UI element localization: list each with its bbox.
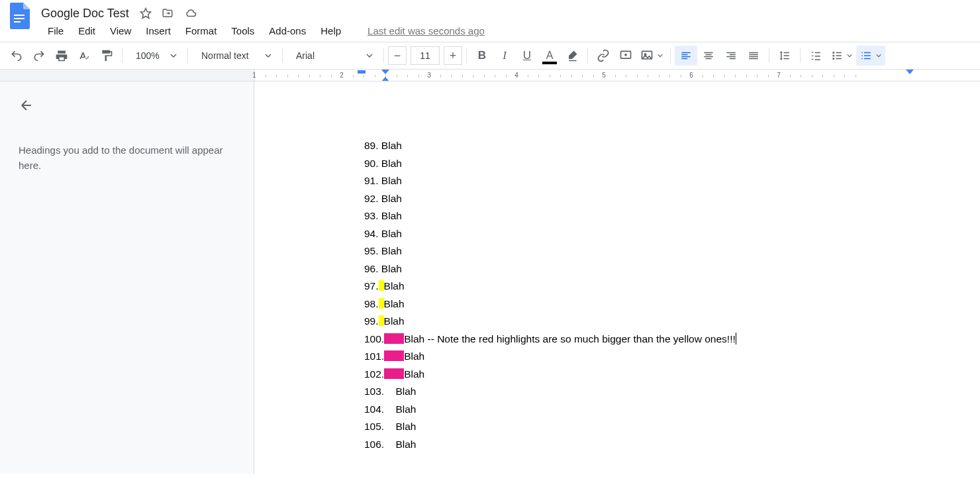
- document-line[interactable]: 101.Blah: [364, 348, 980, 366]
- ruler-number: 2: [340, 72, 344, 79]
- outline-back-button[interactable]: [19, 97, 235, 116]
- print-button[interactable]: [50, 46, 73, 66]
- insert-link-button[interactable]: [592, 46, 614, 66]
- document-line[interactable]: 99.Blah: [364, 313, 980, 331]
- highlight-color-button[interactable]: [561, 46, 583, 66]
- chevron-down-icon: [876, 53, 881, 58]
- highlight-yellow: [379, 315, 384, 326]
- first-line-indent-marker[interactable]: [358, 70, 366, 74]
- undo-button[interactable]: [5, 46, 28, 66]
- bulleted-list-button[interactable]: [827, 46, 856, 66]
- svg-point-8: [832, 55, 834, 57]
- hanging-indent-marker[interactable]: [381, 77, 389, 81]
- menu-addons[interactable]: Add-ons: [269, 25, 306, 36]
- svg-rect-1: [14, 18, 24, 19]
- paint-format-button[interactable]: [95, 46, 118, 66]
- font-select[interactable]: Arial: [287, 46, 379, 66]
- redo-button[interactable]: [28, 46, 50, 66]
- ruler-number: 7: [777, 72, 781, 79]
- document-line[interactable]: 100.Blah -- Note the red highlights are …: [364, 331, 980, 348]
- svg-point-7: [832, 52, 834, 54]
- numbered-list-button[interactable]: [856, 46, 885, 66]
- document-line[interactable]: 102.Blah: [364, 366, 980, 384]
- last-edit-link[interactable]: Last edit was seconds ago: [368, 25, 485, 36]
- align-left-button[interactable]: [675, 46, 697, 66]
- spellcheck-button[interactable]: [73, 46, 95, 66]
- paragraph-style-select[interactable]: Normal text: [192, 46, 278, 66]
- underline-button[interactable]: U: [516, 46, 538, 66]
- outline-empty-hint: Headings you add to the document will ap…: [19, 142, 230, 174]
- align-center-button[interactable]: [697, 46, 720, 66]
- svg-marker-3: [140, 9, 150, 19]
- line-spacing-button[interactable]: [773, 46, 796, 66]
- cloud-status-icon[interactable]: [183, 7, 198, 19]
- chevron-down-icon: [366, 52, 373, 59]
- chevron-down-icon: [658, 53, 663, 58]
- menu-tools[interactable]: Tools: [231, 25, 254, 36]
- document-line[interactable]: 97.Blah: [364, 278, 980, 295]
- zoom-select[interactable]: 100%: [126, 46, 183, 66]
- menu-insert[interactable]: Insert: [146, 25, 171, 36]
- chevron-down-icon: [170, 52, 177, 59]
- highlight-red: [384, 368, 404, 379]
- document-line[interactable]: 96. Blah: [364, 260, 980, 278]
- ruler-number: 6: [689, 72, 693, 79]
- add-comment-button[interactable]: [614, 46, 637, 66]
- document-line[interactable]: 94. Blah: [364, 225, 980, 243]
- document-line[interactable]: 91. Blah: [364, 172, 980, 190]
- align-right-button[interactable]: [720, 46, 742, 66]
- document-canvas[interactable]: 89. Blah90. Blah91. Blah92. Blah93. Blah…: [254, 81, 980, 474]
- document-line[interactable]: 106. Blah: [364, 436, 980, 454]
- zoom-value: 100%: [136, 50, 160, 61]
- star-icon[interactable]: [140, 7, 152, 19]
- font-size-input[interactable]: [411, 46, 440, 65]
- menu-file[interactable]: File: [48, 25, 64, 36]
- document-title[interactable]: Google Doc Test: [37, 5, 133, 22]
- highlight-yellow: [379, 280, 384, 291]
- text-color-button[interactable]: A: [538, 46, 561, 66]
- paragraph-style-value: Normal text: [201, 50, 249, 61]
- outline-pane: Headings you add to the document will ap…: [0, 81, 254, 474]
- document-line[interactable]: 90. Blah: [364, 155, 980, 173]
- highlight-yellow: [379, 298, 384, 309]
- menu-format[interactable]: Format: [185, 25, 217, 36]
- document-line[interactable]: 104. Blah: [364, 401, 980, 419]
- title-bar: Google Doc Test: [0, 0, 980, 23]
- document-line[interactable]: 105. Blah: [364, 418, 980, 436]
- font-value: Arial: [296, 50, 315, 61]
- toolbar: 100% Normal text Arial − + B I U A: [0, 42, 980, 70]
- document-line[interactable]: 103. Blah: [364, 383, 980, 401]
- document-line[interactable]: 93. Blah: [364, 207, 980, 225]
- menu-bar: File Edit View Insert Format Tools Add-o…: [0, 23, 980, 42]
- text-cursor: [736, 333, 736, 344]
- ruler-number: 3: [427, 72, 431, 79]
- align-justify-button[interactable]: [742, 46, 765, 66]
- document-line[interactable]: 98.Blah: [364, 295, 980, 313]
- bold-button[interactable]: B: [471, 46, 493, 66]
- svg-rect-0: [14, 15, 24, 16]
- ruler-number: 5: [602, 72, 606, 79]
- chevron-down-icon: [847, 53, 852, 58]
- font-size-decrease[interactable]: −: [388, 46, 407, 65]
- ruler-number: 4: [514, 72, 518, 79]
- ruler-number: 1: [252, 72, 256, 79]
- highlight-red: [384, 333, 404, 344]
- left-indent-marker[interactable]: [381, 70, 389, 74]
- docs-logo-icon[interactable]: [5, 1, 34, 30]
- italic-button[interactable]: I: [493, 46, 516, 66]
- horizontal-ruler[interactable]: 1234567: [0, 70, 980, 81]
- document-line[interactable]: 95. Blah: [364, 242, 980, 260]
- font-size-increase[interactable]: +: [444, 46, 462, 65]
- document-line[interactable]: 92. Blah: [364, 190, 980, 208]
- svg-rect-2: [14, 21, 21, 23]
- document-line[interactable]: 89. Blah: [364, 137, 980, 155]
- menu-help[interactable]: Help: [320, 25, 341, 36]
- right-indent-marker[interactable]: [906, 70, 914, 74]
- insert-image-button[interactable]: [637, 46, 666, 66]
- checklist-button[interactable]: [805, 46, 827, 66]
- move-folder-icon[interactable]: [161, 7, 174, 19]
- menu-edit[interactable]: Edit: [78, 25, 95, 36]
- chevron-down-icon: [265, 52, 271, 59]
- highlight-red: [384, 350, 404, 361]
- menu-view[interactable]: View: [110, 25, 131, 36]
